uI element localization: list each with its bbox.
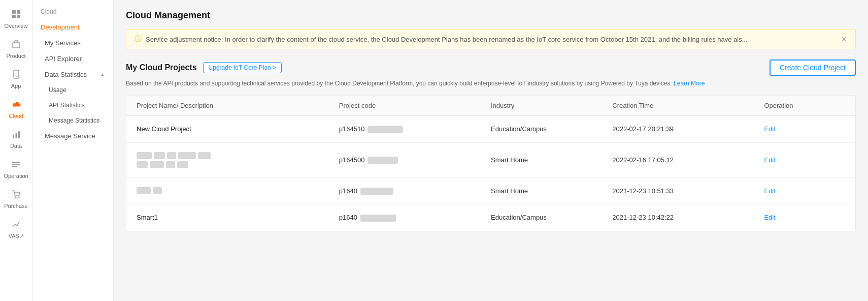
row3-code-blur xyxy=(360,188,393,195)
operation-icon xyxy=(11,159,21,171)
row2-code-blur xyxy=(368,157,398,164)
table-row: Smart1 p1640 Education/Campus 2021-12-23… xyxy=(126,204,855,231)
svg-rect-0 xyxy=(12,10,16,14)
row3-industry: Smart Home xyxy=(491,187,612,195)
sidebar-item-my-services[interactable]: My Services xyxy=(32,35,113,51)
svg-rect-9 xyxy=(18,131,20,138)
svg-point-13 xyxy=(15,197,16,198)
notice-banner: ⓘ Service adjustment notice: In order to… xyxy=(126,29,856,49)
create-btn-label: Create Cloud Project xyxy=(780,64,846,72)
svg-rect-1 xyxy=(17,10,20,14)
row3-code: p1640 xyxy=(339,187,491,195)
row2-industry: Smart Home xyxy=(491,156,612,164)
sidebar-item-my-services-label: My Services xyxy=(45,39,81,47)
row1-code: p164510 xyxy=(339,125,491,133)
table-row: New Cloud Project p164510 Education/Camp… xyxy=(126,116,855,143)
header-operation: Operation xyxy=(764,102,845,109)
data-label: Data xyxy=(10,143,22,149)
svg-point-6 xyxy=(16,76,17,77)
row1-edit[interactable]: Edit xyxy=(764,125,845,133)
nav-purchase[interactable]: Purchase xyxy=(0,184,32,214)
row2-name xyxy=(137,152,339,168)
row4-code-blur xyxy=(360,215,396,222)
row1-industry: Education/Campus xyxy=(491,125,612,133)
nav-data[interactable]: Data xyxy=(0,124,32,154)
row4-edit[interactable]: Edit xyxy=(764,214,845,221)
nav-vas[interactable]: VAS↗ xyxy=(0,214,32,245)
operation-label: Operation xyxy=(4,173,28,179)
notice-content: ⓘ Service adjustment notice: In order to… xyxy=(135,35,837,44)
nav-operation[interactable]: Operation xyxy=(0,154,32,184)
nav-overview[interactable]: Overview xyxy=(0,4,32,34)
svg-rect-3 xyxy=(17,15,20,18)
row3-edit[interactable]: Edit xyxy=(764,187,845,195)
row3-name xyxy=(137,187,339,194)
purchase-icon xyxy=(11,189,21,201)
svg-rect-11 xyxy=(12,164,20,165)
create-cloud-project-button[interactable]: Create Cloud Project xyxy=(770,59,856,76)
sidebar-item-development[interactable]: Development xyxy=(32,19,113,35)
row4-code: p1640 xyxy=(339,214,491,222)
nav-app[interactable]: App xyxy=(0,64,32,94)
row3-time: 2021-12-23 10:51:33 xyxy=(612,187,764,195)
svg-rect-7 xyxy=(13,135,14,138)
sidebar-item-api-statistics-label: API Statistics xyxy=(49,102,85,109)
row3-code-prefix: p1640 xyxy=(339,187,357,195)
icon-nav: Overview Product App Cloud Data Operatio… xyxy=(0,0,32,301)
header-code: Project code xyxy=(339,102,491,109)
nav-cloud[interactable]: Cloud xyxy=(0,94,32,124)
row2-edit[interactable]: Edit xyxy=(764,156,845,164)
section-title: My Cloud Projects xyxy=(126,63,197,72)
sidebar-item-api-explorer-label: API Explorer xyxy=(45,55,82,63)
sidebar-item-message-service[interactable]: Message Service xyxy=(32,128,113,144)
header-industry: Industry xyxy=(491,102,612,109)
svg-rect-2 xyxy=(12,15,16,18)
svg-point-14 xyxy=(18,197,19,198)
row4-name: Smart1 xyxy=(137,214,339,221)
svg-rect-4 xyxy=(13,43,20,48)
sidebar-item-usage[interactable]: Usage xyxy=(32,82,113,98)
svg-rect-10 xyxy=(12,162,20,163)
app-label: App xyxy=(11,83,21,89)
svg-rect-12 xyxy=(12,166,17,167)
row2-time: 2022-02-16 17:05:12 xyxy=(612,156,764,164)
vas-label: VAS↗ xyxy=(8,233,23,239)
nav-product[interactable]: Product xyxy=(0,34,32,64)
notice-close-icon[interactable]: ✕ xyxy=(841,35,847,43)
sidebar-item-usage-label: Usage xyxy=(49,86,66,94)
table-row: p1640 Smart Home 2021-12-23 10:51:33 Edi… xyxy=(126,178,855,205)
sidebar-item-message-statistics[interactable]: Message Statistics xyxy=(32,113,113,128)
table-row: p164500 Smart Home 2022-02-16 17:05:12 E… xyxy=(126,143,855,178)
sidebar-item-api-explorer[interactable]: API Explorer xyxy=(32,51,113,67)
row2-code: p164500 xyxy=(339,156,491,164)
upgrade-button[interactable]: Upgrade IoT Core Plan > xyxy=(203,62,282,73)
row1-code-prefix: p164510 xyxy=(339,125,365,133)
purchase-label: Purchase xyxy=(4,203,27,209)
section-header: My Cloud Projects Upgrade IoT Core Plan … xyxy=(126,59,856,76)
svg-rect-8 xyxy=(15,133,17,138)
section-description: Based on the API products and supporting… xyxy=(126,80,856,87)
overview-icon xyxy=(11,9,21,21)
product-icon xyxy=(11,39,21,51)
sidebar-item-api-statistics[interactable]: API Statistics xyxy=(32,98,113,113)
sidebar: Cloud Development My Services API Explor… xyxy=(32,0,114,301)
row4-time: 2021-12-23 10:42:22 xyxy=(612,214,764,221)
cloud-icon xyxy=(11,99,21,111)
info-icon: ⓘ xyxy=(135,35,142,44)
header-time: Creation Time xyxy=(612,102,764,109)
upgrade-label: Upgrade IoT Core Plan > xyxy=(209,64,277,71)
app-icon xyxy=(11,69,21,81)
sidebar-item-development-label: Development xyxy=(41,23,80,31)
notice-text: Service adjustment notice: In order to c… xyxy=(146,36,748,43)
sidebar-item-message-statistics-label: Message Statistics xyxy=(49,117,99,124)
page-title: Cloud Management xyxy=(126,10,856,21)
projects-table: Project Name/ Description Project code I… xyxy=(126,95,856,231)
sidebar-item-message-service-label: Message Service xyxy=(45,132,95,140)
vas-icon xyxy=(11,219,21,231)
learn-more-link[interactable]: Learn More xyxy=(674,80,705,87)
main-content: Cloud Management ⓘ Service adjustment no… xyxy=(114,0,868,301)
sidebar-item-data-statistics[interactable]: Data Statistics ▲ xyxy=(32,67,113,82)
sidebar-item-data-statistics-label: Data Statistics xyxy=(45,71,87,78)
table-header: Project Name/ Description Project code I… xyxy=(126,96,855,116)
row4-code-prefix: p1640 xyxy=(339,214,357,221)
